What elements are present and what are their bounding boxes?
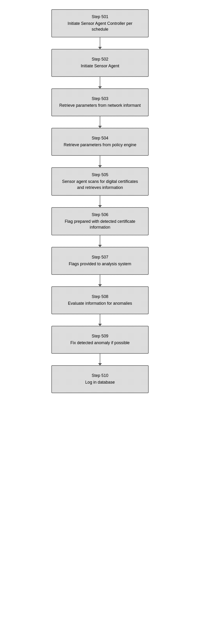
step-505-number: Step 505 [92, 172, 108, 177]
step-510-number: Step 510 [92, 373, 108, 378]
step-509: Step 509Fix detected anomaly if possible [51, 326, 149, 354]
connector-6 [100, 235, 100, 247]
step-507-label: Flags provided to analysis system [69, 261, 131, 267]
step-504-label: Retrieve parameters from policy engine [64, 142, 136, 148]
step-510-label: Log in database [85, 380, 115, 385]
step-501-label: Initiate Sensor Agent Controller per sch… [59, 21, 141, 32]
step-509-number: Step 509 [92, 334, 108, 338]
flowchart: Step 501Initiate Sensor Agent Controller… [5, 9, 195, 393]
step-508-label: Evaluate information for anomalies [68, 300, 132, 306]
connector-7 [100, 275, 100, 286]
connector-4 [100, 156, 100, 167]
step-505-label: Sensor agent scans for digital certifica… [59, 179, 141, 190]
step-504-number: Step 504 [92, 136, 108, 141]
connector-2 [100, 77, 100, 88]
step-501-number: Step 501 [92, 14, 108, 19]
step-503-label: Retrieve parameters from network informa… [59, 102, 141, 108]
connector-3 [100, 116, 100, 128]
connector-5 [100, 196, 100, 207]
step-503: Step 503Retrieve parameters from network… [51, 88, 149, 116]
step-505: Step 505Sensor agent scans for digital c… [51, 167, 149, 196]
step-508-number: Step 508 [92, 294, 108, 299]
step-502-label: Initiate Sensor Agent [81, 63, 119, 69]
connector-9 [100, 354, 100, 365]
step-506-number: Step 506 [92, 212, 108, 217]
step-507: Step 507Flags provided to analysis syste… [51, 247, 149, 275]
step-502-number: Step 502 [92, 57, 108, 62]
connector-8 [100, 314, 100, 326]
step-509-label: Fix detected anomaly if possible [70, 340, 130, 346]
step-501: Step 501Initiate Sensor Agent Controller… [51, 9, 149, 37]
step-506: Step 506Flag prepared with detected cert… [51, 207, 149, 235]
step-508: Step 508Evaluate information for anomali… [51, 286, 149, 314]
step-503-number: Step 503 [92, 96, 108, 101]
step-502: Step 502Initiate Sensor Agent [51, 49, 149, 77]
step-506-label: Flag prepared with detected certificate … [59, 218, 141, 230]
step-504: Step 504Retrieve parameters from policy … [51, 128, 149, 156]
connector-1 [100, 37, 100, 49]
step-507-number: Step 507 [92, 255, 108, 260]
step-510: Step 510Log in database [51, 365, 149, 393]
